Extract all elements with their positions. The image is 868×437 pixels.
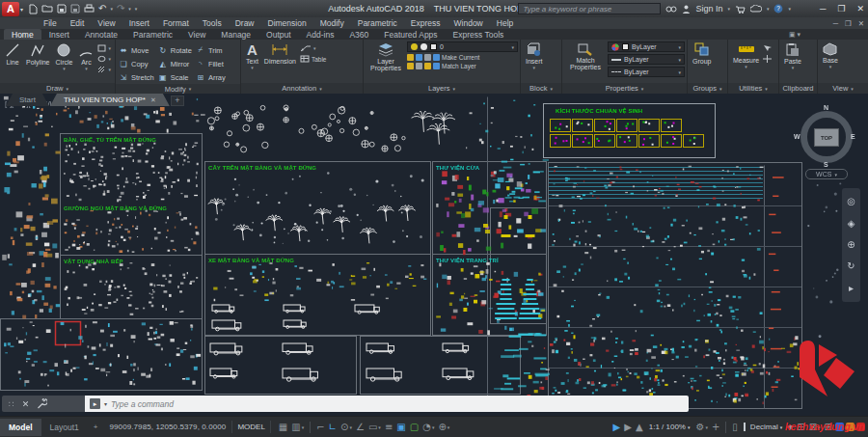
command-input[interactable]: ▸ ▾ Type a command <box>85 396 689 412</box>
match-properties-button[interactable]: Match Properties <box>565 41 606 72</box>
undo-icon[interactable]: ↶ <box>98 4 106 14</box>
hatch-tool-icon[interactable] <box>97 66 106 73</box>
status-icon[interactable]: ∠▾ <box>356 423 365 432</box>
status-icon[interactable]: ▥▾ <box>291 423 304 432</box>
menu-item[interactable]: View <box>91 18 122 28</box>
panel-layers-title[interactable]: Layers▾ <box>364 83 520 94</box>
ribbon-tab[interactable]: A360 <box>341 29 376 40</box>
doc-minimize-button[interactable]: ─ <box>833 19 838 28</box>
zoom-icon[interactable]: ⊕ <box>847 240 854 250</box>
panel-groups-title[interactable]: Groups▾ <box>688 83 727 94</box>
file-tab[interactable]: Start✕ <box>6 94 49 106</box>
modify-tool[interactable]: ◭Mirror <box>158 60 192 68</box>
status-icon[interactable]: +▾ <box>712 423 719 432</box>
menu-item[interactable]: Window <box>448 18 490 28</box>
menu-item[interactable]: Draw <box>229 18 261 28</box>
menu-item[interactable]: Help <box>490 18 520 28</box>
status-icon[interactable]: ▾ <box>310 422 311 433</box>
wcs-dropdown[interactable]: WCS▾ <box>805 169 848 179</box>
layer-tool-icon[interactable] <box>424 63 431 69</box>
new-drawing-tab-button[interactable]: + <box>171 96 184 106</box>
group-button[interactable]: Group <box>691 41 713 66</box>
new-layout-button[interactable]: + <box>88 423 104 431</box>
menu-item[interactable]: Edit <box>64 18 92 28</box>
a360-icon[interactable] <box>750 5 762 14</box>
modify-tool[interactable]: ⬌Move <box>119 46 154 55</box>
status-icon[interactable]: ▾ <box>725 422 726 433</box>
command-close-icon[interactable]: ✕ <box>22 399 30 409</box>
object-color-select[interactable]: ByLayer▾ <box>608 41 685 52</box>
quick-select-icon[interactable] <box>763 44 772 52</box>
menu-item[interactable]: File <box>37 18 64 28</box>
status-icon[interactable]: ⚙▾ <box>695 423 707 432</box>
menu-item[interactable]: Dimension <box>261 18 313 28</box>
command-bar-grip[interactable]: ∷ ✕ <box>2 396 85 412</box>
status-icon[interactable]: ⊙▾ <box>340 423 352 432</box>
layer-select[interactable]: 0 ▾ <box>407 41 518 52</box>
close-button[interactable]: ✕ <box>856 4 864 14</box>
layout1-tab[interactable]: Layout1 <box>41 419 88 436</box>
recent-commands-icon[interactable]: ▸ <box>90 398 100 409</box>
sign-in-button[interactable]: Sign In <box>695 4 722 14</box>
units-control[interactable]: Decimal▾ <box>744 423 782 431</box>
ribbon-tab[interactable]: Featured Apps <box>376 29 445 40</box>
undo-caret[interactable]: ▾ <box>110 6 113 12</box>
redo-caret[interactable]: ▾ <box>128 6 131 12</box>
modify-tool[interactable]: ⇲Stretch <box>119 73 154 82</box>
circle-tool[interactable]: Circle▾ <box>54 41 75 73</box>
menu-item[interactable]: Insert <box>122 18 156 28</box>
layer-tool-icon[interactable] <box>433 63 440 69</box>
menu-item[interactable]: Format <box>156 18 196 28</box>
a360-caret[interactable]: ▾ <box>767 6 770 12</box>
status-icon[interactable]: ⊕▾ <box>438 423 449 432</box>
save-as-icon[interactable] <box>70 4 80 14</box>
modify-tool[interactable]: ⊞Array <box>196 73 226 82</box>
doc-restore-button[interactable]: ❐ <box>845 19 852 28</box>
status-icon[interactable]: ▣▾ <box>396 423 405 432</box>
ribbon-tab[interactable]: Manage <box>213 29 258 40</box>
menu-item[interactable]: Tools <box>196 18 229 28</box>
polyline-tool[interactable]: Polyline <box>24 41 52 67</box>
annotation-status-icon[interactable]: ▶▾ <box>613 423 621 432</box>
panel-view-title[interactable]: View▾ <box>818 83 868 94</box>
status-icon[interactable]: ▦▾ <box>279 423 287 432</box>
panel-draw-title[interactable]: Draw▾ <box>0 83 115 94</box>
app-menu-caret[interactable]: ▾ <box>20 6 23 13</box>
insert-block-button[interactable]: Insert▾ <box>524 41 545 72</box>
ribbon-tab[interactable]: Parametric <box>125 29 180 40</box>
lineweight-select[interactable]: ByLayer▾ <box>608 54 685 65</box>
file-tab-close-icon[interactable]: ✕ <box>150 96 156 104</box>
redo-icon[interactable]: ↷ <box>117 4 124 14</box>
status-icon[interactable]: ≡▾ <box>385 423 393 432</box>
status-icon[interactable]: ∟▾ <box>329 423 337 432</box>
maximize-button[interactable]: ❐ <box>837 4 845 14</box>
help-caret[interactable]: ▾ <box>788 6 791 12</box>
paste-button[interactable]: Paste▾ <box>782 41 803 72</box>
annotation-scale-control[interactable]: 1:1 / 100%▾ <box>649 423 691 431</box>
ribbon-tab[interactable]: Add-ins <box>299 29 342 40</box>
viewcube-south[interactable]: S <box>824 161 828 168</box>
navigation-wheel-icon[interactable]: ◎ <box>847 197 855 206</box>
base-view-button[interactable]: Base▾ <box>821 41 840 71</box>
command-caret[interactable]: ▾ <box>104 400 107 407</box>
modify-tool[interactable]: ⌿Trim <box>196 45 226 55</box>
save-icon[interactable] <box>57 4 67 14</box>
status-icon[interactable]: ⌐▾ <box>316 423 324 432</box>
help-icon[interactable]: ? <box>773 4 783 14</box>
layer-properties-button[interactable]: Layer Properties <box>366 41 405 73</box>
ellipse-tool-icon[interactable] <box>97 55 106 63</box>
menu-item[interactable]: Parametric <box>351 18 404 28</box>
panel-annotation-title[interactable]: Annotation▾ <box>241 83 363 94</box>
layer-tool-icon[interactable] <box>416 54 422 61</box>
status-icon[interactable]: ▭▾ <box>368 423 381 432</box>
annotation-status-icon[interactable]: ▶▾ <box>624 423 632 432</box>
dimension-tool[interactable]: Dimension <box>262 41 298 66</box>
status-icon[interactable]: ◔▾ <box>422 423 434 432</box>
panel-utilities-title[interactable]: Utilities▾ <box>728 83 778 94</box>
layer-tool-icon[interactable] <box>433 54 440 61</box>
viewcube-north[interactable]: N <box>824 104 828 111</box>
customize-wrench-icon[interactable] <box>37 398 47 409</box>
rectangle-tool-icon[interactable] <box>97 44 106 52</box>
orbit-icon[interactable]: ↻ <box>847 261 854 271</box>
model-tab[interactable]: Model <box>0 419 41 436</box>
